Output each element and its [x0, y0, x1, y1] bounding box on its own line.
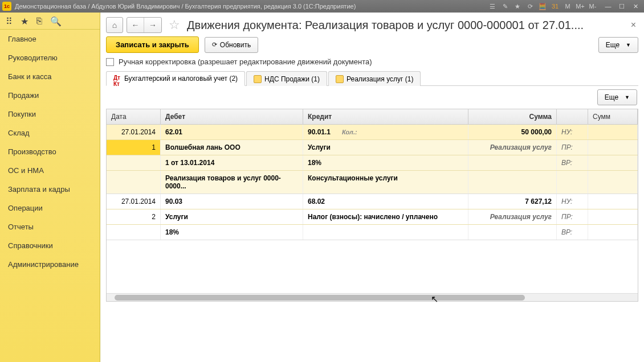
titlebar-tools: ☰ ✎ ★ ⟳ 🧮 31 M M+ M-	[488, 2, 597, 11]
cell-date: 27.01.2014	[107, 194, 161, 209]
sidebar-item[interactable]: Производство	[0, 142, 100, 161]
col-tag[interactable]	[557, 109, 588, 124]
cell-n: 1	[107, 140, 161, 155]
cell-credit-sub: Консультационные услуги	[303, 171, 468, 194]
cell-sum-txt: Реализация услуг	[468, 140, 557, 155]
cell-tag	[557, 171, 588, 194]
col-date[interactable]: Дата	[107, 109, 161, 124]
sidebar-item[interactable]: ОС и НМА	[0, 161, 100, 180]
sidebar-item[interactable]: Склад	[0, 124, 100, 142]
cell-sum-txt	[468, 155, 557, 170]
grid-block[interactable]: 27.01.201462.0190.01.1Кол.:50 000,00НУ:1…	[107, 125, 638, 194]
sidebar-item[interactable]: Главное	[0, 30, 100, 48]
calc-icon[interactable]: 🧮	[538, 2, 547, 11]
cell-sum-txt: Реализация услуг	[468, 209, 557, 224]
cell-credit-sub: Услуги	[303, 140, 468, 155]
tool-m-icon[interactable]: M-	[588, 2, 597, 11]
cell-debit-sub: 1 от 13.01.2014	[161, 155, 303, 170]
cell-debit-sub: Услуги	[161, 209, 303, 224]
cell-tag: ВР:	[557, 225, 588, 240]
sidebar-item[interactable]: Администрирование	[0, 255, 100, 274]
manual-edit-checkbox[interactable]	[106, 58, 114, 66]
tool-icon[interactable]: ✎	[500, 2, 510, 11]
chevron-down-icon: ▼	[625, 94, 630, 100]
cell-debit-sub: 18%	[161, 225, 303, 240]
cell-n: 2	[107, 209, 161, 224]
close-button[interactable]: ✕	[629, 2, 642, 11]
tool-m-icon[interactable]: M+	[576, 2, 585, 11]
cell-n	[107, 225, 161, 240]
cell-date: 27.01.2014	[107, 125, 161, 139]
col-credit[interactable]: Кредит	[303, 109, 468, 124]
window-title: Демонстрационная база / Абдулов Юрий Вла…	[15, 3, 488, 10]
cell-sum: 7 627,12	[468, 194, 557, 209]
cell-credit-sub: Налог (взносы): начислено / уплачено	[303, 209, 468, 224]
app-icon: 1c	[2, 2, 11, 11]
cell-credit-sub	[303, 225, 468, 240]
sidebar-item[interactable]: Отчеты	[0, 217, 100, 236]
col-sum2[interactable]: Сумм	[588, 109, 638, 124]
cell-tag: ПР:	[557, 209, 588, 224]
chevron-down-icon: ▼	[626, 42, 631, 48]
cell-debit: 90.03	[161, 194, 303, 209]
cell-credit: 90.01.1Кол.:	[303, 125, 468, 139]
cell-debit-sub: Волшебная лань ООО	[161, 140, 303, 155]
refresh-button[interactable]: ⟳Обновить	[205, 37, 258, 53]
save-close-button[interactable]: Записать и закрыть	[106, 36, 199, 53]
close-page-button[interactable]: ×	[629, 18, 638, 32]
more-button[interactable]: Еще▼	[598, 37, 638, 53]
col-sum[interactable]: Сумма	[468, 109, 557, 124]
cell-sum: 50 000,00	[468, 125, 557, 139]
page-title: Движения документа: Реализация товаров и…	[187, 19, 584, 32]
col-debit[interactable]: Дебет	[161, 109, 303, 124]
cell-credit-sub: 18%	[303, 155, 468, 170]
history-icon[interactable]: ⎘	[36, 16, 42, 27]
cell-n	[107, 171, 161, 194]
accounting-grid: Дата Дебет Кредит Сумма Сумм 27.01.20146…	[106, 109, 638, 302]
cell-debit: 62.01	[161, 125, 303, 139]
main-panel: ⌂ ← → ☆ Движения документа: Реализация т…	[100, 13, 644, 362]
calendar-icon[interactable]: 31	[551, 2, 560, 11]
window-titlebar: 1c Демонстрационная база / Абдулов Юрий …	[0, 0, 644, 13]
tool-icon[interactable]: ⟳	[525, 2, 535, 11]
favorites-icon[interactable]: ★	[21, 16, 28, 27]
sidebar-item[interactable]: Банк и касса	[0, 67, 100, 86]
scrollbar-thumb[interactable]	[115, 295, 525, 301]
cell-tag: ПР:	[557, 140, 588, 155]
favorite-star-icon[interactable]: ☆	[169, 18, 180, 32]
cell-tag: НУ:	[557, 125, 588, 139]
horizontal-scrollbar[interactable]	[107, 293, 638, 301]
tab-icon: ДтКт	[113, 75, 121, 83]
minimize-button[interactable]: —	[602, 2, 614, 11]
tab-vat-sales[interactable]: НДС Продажи (1)	[246, 71, 327, 86]
tool-icon[interactable]: ☰	[488, 2, 497, 11]
nav-back-forward[interactable]: ← →	[127, 17, 162, 33]
apps-icon[interactable]: ⠿	[6, 16, 13, 27]
tab-services[interactable]: Реализация услуг (1)	[328, 71, 421, 86]
sidebar-item[interactable]: Справочники	[0, 236, 100, 255]
sidebar-item[interactable]: Руководителю	[0, 48, 100, 67]
sidebar-item[interactable]: Зарплата и кадры	[0, 180, 100, 199]
tab-icon	[336, 75, 344, 83]
sidebar-item[interactable]: Покупки	[0, 105, 100, 124]
tool-m-icon[interactable]: M	[563, 2, 572, 11]
sidebar-item[interactable]: Операции	[0, 199, 100, 217]
maximize-button[interactable]: ☐	[616, 2, 628, 11]
tool-icon[interactable]: ★	[513, 2, 522, 11]
tab-accounting[interactable]: ДтКтБухгалтерский и налоговый учет (2)	[106, 71, 245, 86]
grid-more-button[interactable]: Еще▼	[597, 89, 637, 105]
cell-tag: ВР:	[557, 155, 588, 170]
home-button[interactable]: ⌂	[106, 17, 123, 33]
tab-icon	[254, 75, 262, 83]
sidebar-item[interactable]: Продажи	[0, 86, 100, 105]
back-button[interactable]: ←	[127, 18, 144, 32]
manual-edit-label: Ручная корректировка (разрешает редактир…	[119, 57, 372, 66]
search-icon[interactable]: 🔍	[50, 16, 62, 27]
cell-n	[107, 155, 161, 170]
forward-button[interactable]: →	[144, 18, 161, 32]
cell-sum-txt	[468, 171, 557, 194]
cell-debit-sub: Реализация товаров и услуг 0000-0000...	[161, 171, 303, 194]
cell-sum-txt	[468, 225, 557, 240]
sidebar: ⠿ ★ ⎘ 🔍 Главное Руководителю Банк и касс…	[0, 13, 100, 362]
grid-block[interactable]: 27.01.201490.0368.027 627,12НУ:2УслугиНа…	[107, 194, 638, 240]
